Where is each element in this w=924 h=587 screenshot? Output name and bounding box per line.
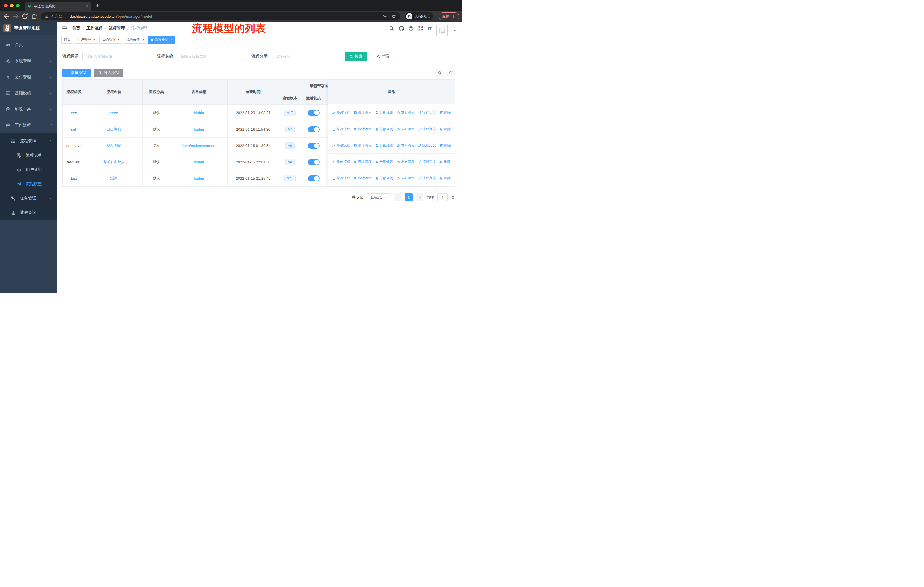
breadcrumb-item[interactable]: 流程管理 xyxy=(109,26,125,31)
model-name-link[interactable]: eeee xyxy=(110,111,118,115)
action-edit[interactable]: 修改流程 xyxy=(332,176,350,180)
form-info-link[interactable]: biubiu xyxy=(194,111,204,115)
address-bar[interactable]: 不安全 dashboard.yudao.iocoder.cn/bpm/manag… xyxy=(41,12,400,20)
github-icon[interactable] xyxy=(399,26,404,31)
create-process-button[interactable]: + 新建流程 xyxy=(63,68,91,77)
tag-流程模型[interactable]: 流程模型× xyxy=(148,36,175,43)
model-name-link[interactable]: 测试多审批人 xyxy=(103,159,125,165)
next-page-button[interactable] xyxy=(416,193,423,202)
model-name-link[interactable]: 自己审批 xyxy=(107,127,121,132)
action-definition[interactable]: 流程定义 xyxy=(418,110,436,115)
sidebar-item-leave-query[interactable]: 请假查询 xyxy=(0,205,57,220)
close-icon[interactable]: × xyxy=(118,38,120,42)
sidebar-item-workflow[interactable]: 工作流程 xyxy=(0,117,57,133)
refresh-table-button[interactable] xyxy=(447,69,455,77)
active-toggle[interactable] xyxy=(308,110,320,116)
form-info-link[interactable]: biubiu xyxy=(194,160,204,164)
close-icon[interactable]: × xyxy=(170,38,173,42)
sidebar-item-devtools[interactable]: 研发工具 xyxy=(0,101,57,117)
active-toggle[interactable] xyxy=(308,159,320,165)
user-avatar[interactable] xyxy=(436,25,448,36)
new-tab-button[interactable]: + xyxy=(96,2,99,9)
sidebar-item-payment[interactable]: ¥支付管理 xyxy=(0,69,57,85)
reload-button[interactable] xyxy=(21,13,29,20)
window-minimize-button[interactable] xyxy=(10,4,14,7)
action-delete[interactable]: 删除 xyxy=(439,143,451,148)
action-publish[interactable]: 发布流程 xyxy=(396,159,415,164)
action-assign[interactable]: 分配规则 xyxy=(375,143,393,148)
action-assign[interactable]: 分配规则 xyxy=(375,159,393,164)
sidebar-item-home[interactable]: 首页 xyxy=(0,37,57,53)
show-search-button[interactable] xyxy=(436,69,444,77)
action-definition[interactable]: 流程定义 xyxy=(418,127,436,132)
action-design[interactable]: 设计流程 xyxy=(353,176,372,180)
home-button[interactable] xyxy=(30,13,38,20)
sidebar-item-process-mgmt[interactable]: 流程管理 xyxy=(0,134,57,148)
action-design[interactable]: 设计流程 xyxy=(353,143,372,148)
model-name-link[interactable]: 滔博 xyxy=(110,176,118,181)
search-button[interactable]: 搜索 xyxy=(345,52,367,61)
form-info-link[interactable]: biubiu xyxy=(194,176,204,180)
bookmark-star-icon[interactable] xyxy=(391,14,396,19)
back-button[interactable] xyxy=(3,13,10,20)
action-definition[interactable]: 流程定义 xyxy=(418,159,436,164)
form-info-link[interactable]: /bpm/oa/leave/create xyxy=(182,144,216,148)
breadcrumb-item[interactable]: 首页 xyxy=(72,26,80,31)
help-icon[interactable] xyxy=(408,26,414,31)
action-definition[interactable]: 流程定义 xyxy=(418,176,436,180)
model-name-link[interactable]: OA 请假 xyxy=(107,143,121,148)
active-toggle[interactable] xyxy=(308,126,320,132)
browser-update-button[interactable]: 更新 ⋮ xyxy=(439,12,459,20)
tag-首页[interactable]: 首页 xyxy=(61,36,73,43)
close-icon[interactable]: × xyxy=(142,38,144,42)
fullscreen-icon[interactable] xyxy=(418,26,423,31)
breadcrumb-item[interactable]: 工作流程 xyxy=(86,26,102,31)
process-key-input[interactable] xyxy=(82,52,148,61)
action-delete[interactable]: 删除 xyxy=(439,159,451,164)
font-size-icon[interactable]: tT xyxy=(428,26,432,31)
import-process-button[interactable]: 导入流程 xyxy=(94,68,124,77)
active-toggle[interactable] xyxy=(308,143,320,149)
action-publish[interactable]: 发布流程 xyxy=(396,176,415,180)
form-info-link[interactable]: biubiu xyxy=(194,127,204,132)
action-assign[interactable]: 分配规则 xyxy=(375,110,393,115)
window-zoom-button[interactable] xyxy=(16,4,20,7)
process-category-select[interactable] xyxy=(272,52,337,61)
action-assign[interactable]: 分配规则 xyxy=(375,127,393,132)
browser-tab[interactable]: 芋道管理系统 × xyxy=(25,2,91,11)
sidebar-collapse-icon[interactable] xyxy=(62,25,68,31)
action-assign[interactable]: 分配规则 xyxy=(375,176,393,180)
active-toggle[interactable] xyxy=(308,175,320,182)
action-definition[interactable]: 流程定义 xyxy=(418,143,436,148)
sidebar-item-process-form[interactable]: 流程表单 xyxy=(0,148,57,162)
current-page-button[interactable]: 1 xyxy=(405,193,413,202)
action-edit[interactable]: 修改流程 xyxy=(332,110,350,115)
tag-租户管理[interactable]: 租户管理× xyxy=(75,36,98,43)
action-design[interactable]: 设计流程 xyxy=(353,159,372,164)
action-delete[interactable]: 删除 xyxy=(439,176,451,180)
window-close-button[interactable] xyxy=(4,4,8,7)
sidebar-item-infra[interactable]: 基础设施 xyxy=(0,85,57,101)
search-icon[interactable] xyxy=(389,26,394,31)
sidebar-item-task-mgmt[interactable]: 任务管理 xyxy=(0,191,57,205)
goto-page-input[interactable] xyxy=(437,193,448,202)
action-delete[interactable]: 删除 xyxy=(439,110,451,115)
process-category-select-input[interactable] xyxy=(272,52,337,61)
action-edit[interactable]: 修改流程 xyxy=(332,143,350,148)
forward-button[interactable] xyxy=(12,13,20,20)
tag-我的流程[interactable]: 我的流程× xyxy=(99,36,122,43)
page-size-select[interactable]: 10条/页 xyxy=(367,193,391,202)
action-delete[interactable]: 删除 xyxy=(439,127,451,132)
action-edit[interactable]: 修改流程 xyxy=(332,159,350,164)
action-design[interactable]: 设计流程 xyxy=(353,127,372,132)
prev-page-button[interactable] xyxy=(394,193,401,202)
sidebar-item-process-model[interactable]: 流程模型 xyxy=(0,177,57,191)
sidebar-item-user-group[interactable]: 用户分组 xyxy=(0,162,57,177)
action-publish[interactable]: 发布流程 xyxy=(396,143,415,148)
action-publish[interactable]: 发布流程 xyxy=(396,110,415,115)
sidebar-item-system[interactable]: 系统管理 xyxy=(0,53,57,69)
close-icon[interactable]: × xyxy=(93,38,96,42)
reset-button[interactable]: 重置 xyxy=(372,52,394,61)
password-key-icon[interactable] xyxy=(382,14,387,19)
action-edit[interactable]: 修改流程 xyxy=(332,127,350,132)
